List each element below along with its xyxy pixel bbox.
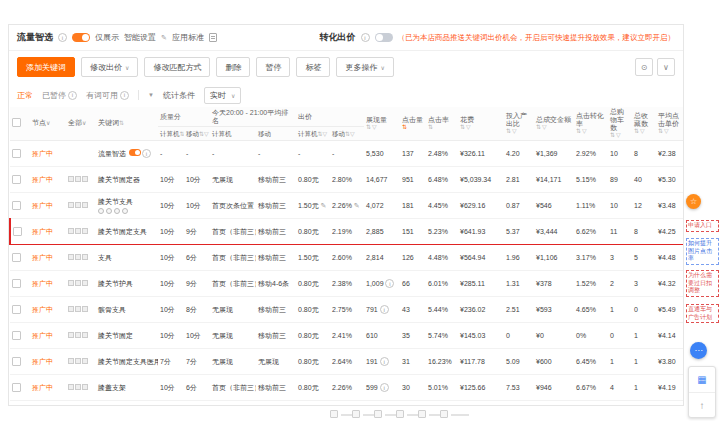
keyword-tool-icon[interactable] — [68, 228, 74, 234]
sort-icon[interactable]: ⇅ — [506, 128, 511, 135]
sort-icon[interactable]: ⇅ — [180, 131, 185, 137]
sort-icon[interactable]: ⇅ — [119, 120, 124, 126]
side-note-link[interactable]: 如何提升图片点击率 — [686, 238, 719, 265]
sort-icon[interactable]: ⇅ — [536, 124, 541, 131]
keyword-cell[interactable]: 支具 — [96, 245, 158, 271]
row-checkbox[interactable] — [10, 297, 30, 323]
keyword-tool-icon[interactable] — [82, 228, 88, 234]
header-sub[interactable]: 计算机⇅▽ — [158, 127, 184, 141]
mini-toggle-icon[interactable] — [129, 149, 141, 156]
header-metric[interactable]: 点击量⇅ — [400, 107, 426, 141]
only-show-link[interactable]: 仅展示 — [95, 32, 119, 43]
tab-paused[interactable]: 已暂停i — [42, 90, 77, 101]
header-sub[interactable]: 移动 — [256, 127, 296, 141]
filter-icon[interactable]: ▽ — [466, 124, 471, 131]
filter-icon[interactable]: ▽ — [616, 132, 621, 139]
promo-float-button[interactable]: ☆ — [686, 194, 701, 209]
row-checkbox[interactable] — [10, 375, 30, 401]
keyword-cell[interactable]: 膝关节固定支具医用 — [96, 349, 158, 375]
sort-icon[interactable]: ⇅ — [658, 128, 663, 135]
keyword-tool-icon[interactable] — [75, 202, 81, 208]
time-range-select[interactable]: 实时∨ — [204, 87, 241, 104]
header-metric[interactable]: 展现量⇅▽ — [364, 107, 400, 141]
keyword-cell[interactable]: 髌骨支具 — [96, 297, 158, 323]
collapse-button[interactable]: ∨ — [657, 58, 675, 76]
keyword-tool-icon[interactable] — [68, 306, 74, 312]
hover-action-icon[interactable] — [114, 208, 120, 214]
tab-normal[interactable]: 正常 — [17, 90, 33, 101]
modify-match-button[interactable]: 修改匹配方式 — [144, 57, 210, 77]
header-metric[interactable]: 总成交金额⇅▽ — [534, 107, 574, 141]
keyword-cell[interactable]: 膝盖支架 — [96, 375, 158, 401]
keyword-cell[interactable]: 膝关节固定 — [96, 323, 158, 349]
keyword-cell[interactable]: 膝关节固定支具 — [96, 219, 158, 245]
sort-icon[interactable]: ⇅ — [634, 128, 639, 135]
keyword-cell[interactable]: 膝关节固定器 — [96, 167, 158, 193]
filter-icon[interactable]: ▽ — [640, 128, 645, 135]
header-all[interactable]: 全部∨ — [66, 107, 96, 141]
keyword-tool-icon[interactable] — [68, 202, 74, 208]
keyword-tool-icon[interactable] — [82, 254, 88, 260]
keyword-tools-cell[interactable] — [66, 297, 96, 323]
apps-grid-icon[interactable]: ▦ — [689, 367, 715, 392]
info-icon[interactable]: i — [361, 33, 370, 42]
row-checkbox[interactable] — [10, 349, 30, 375]
sort-icon[interactable]: ⇅ — [460, 124, 465, 131]
keyword-tool-icon[interactable] — [68, 254, 74, 260]
keyword-tool-icon[interactable] — [75, 254, 81, 260]
header-metric[interactable]: 平均点击单价⇅▽ — [656, 107, 684, 141]
filter-icon[interactable]: ▽ — [204, 131, 209, 137]
traffic-smart-toggle[interactable] — [72, 33, 90, 42]
keyword-tool-icon[interactable] — [75, 384, 81, 390]
keyword-tool-icon[interactable] — [68, 332, 74, 338]
header-metric[interactable]: 总购物车数⇅▽ — [608, 107, 632, 141]
tab-words-available[interactable]: 有词可用i — [86, 90, 129, 101]
header-node[interactable]: 节点∨ — [30, 107, 66, 141]
hover-action-icon[interactable] — [122, 208, 128, 214]
keyword-tools-cell[interactable] — [66, 349, 96, 375]
column-settings-button[interactable]: ⊙ — [635, 58, 653, 76]
keyword-cell[interactable]: 流量智选 i — [96, 141, 158, 167]
header-metric[interactable]: 点击率⇅ — [426, 107, 458, 141]
apply-standard-link[interactable]: 应用标准 — [172, 32, 204, 43]
keyword-tools-cell[interactable] — [66, 245, 96, 271]
header-metric[interactable]: 总收藏数⇅▽ — [632, 107, 656, 141]
filter-icon[interactable]: ▽ — [323, 131, 328, 137]
row-checkbox[interactable] — [10, 193, 30, 219]
keyword-tool-icon[interactable] — [82, 306, 88, 312]
keyword-cell[interactable]: 膝关节护具 — [96, 271, 158, 297]
smart-setting-link[interactable]: 智能设置 — [124, 32, 156, 43]
keyword-tool-icon[interactable] — [75, 358, 81, 364]
keyword-tool-icon[interactable] — [75, 306, 81, 312]
row-checkbox[interactable] — [10, 219, 30, 245]
row-checkbox[interactable] — [10, 271, 30, 297]
select-all-checkbox[interactable] — [10, 107, 30, 141]
header-metric[interactable]: 投入产出比⇅▽ — [504, 107, 534, 141]
keyword-tools-cell[interactable] — [66, 141, 96, 167]
filter-icon[interactable]: ▽ — [542, 124, 547, 131]
sort-icon[interactable]: ⇅ — [402, 124, 407, 131]
keyword-tools-cell[interactable] — [66, 219, 96, 245]
delete-button[interactable]: 删除 — [216, 57, 250, 77]
row-checkbox[interactable] — [10, 167, 30, 193]
header-keyword[interactable]: 关键词⇅ — [96, 107, 158, 141]
keyword-tools-cell[interactable] — [66, 167, 96, 193]
back-to-top-icon[interactable]: ↑ — [689, 392, 715, 417]
header-metric[interactable]: 花费⇅▽ — [458, 107, 504, 141]
keyword-tools-cell[interactable] — [66, 323, 96, 349]
document-icon[interactable] — [209, 33, 217, 42]
header-sub[interactable]: 移动⇅▽ — [330, 127, 364, 141]
filter-icon[interactable]: ▽ — [372, 124, 377, 131]
row-checkbox[interactable] — [10, 245, 30, 271]
hover-action-icon[interactable] — [98, 208, 104, 214]
filter-icon[interactable]: ▽ — [350, 131, 355, 137]
pause-button[interactable]: 暂停 — [256, 57, 290, 77]
keyword-tool-icon[interactable] — [68, 176, 74, 182]
filter-icon[interactable]: ▼ — [148, 92, 154, 98]
filter-icon[interactable]: ▽ — [582, 128, 587, 135]
hover-action-icon[interactable] — [106, 208, 112, 214]
header-sub[interactable]: 计算机⇅▽ — [296, 127, 330, 141]
edit-icon[interactable]: ✎ — [321, 202, 327, 209]
keyword-tool-icon[interactable] — [68, 280, 74, 286]
info-icon[interactable]: i — [58, 33, 67, 42]
